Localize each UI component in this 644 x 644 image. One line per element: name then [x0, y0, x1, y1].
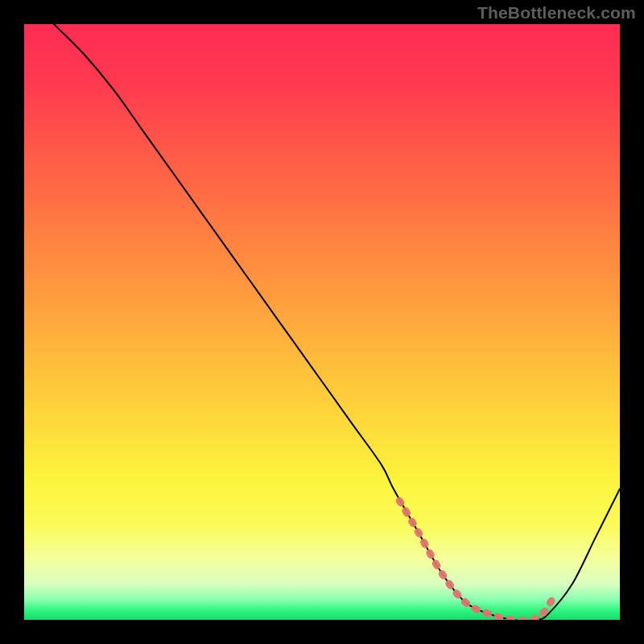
bottleneck-plot: [24, 24, 620, 620]
watermark-text: TheBottleneck.com: [477, 3, 636, 23]
plot-background: [24, 24, 620, 620]
chart-stage: TheBottleneck.com: [0, 0, 644, 644]
